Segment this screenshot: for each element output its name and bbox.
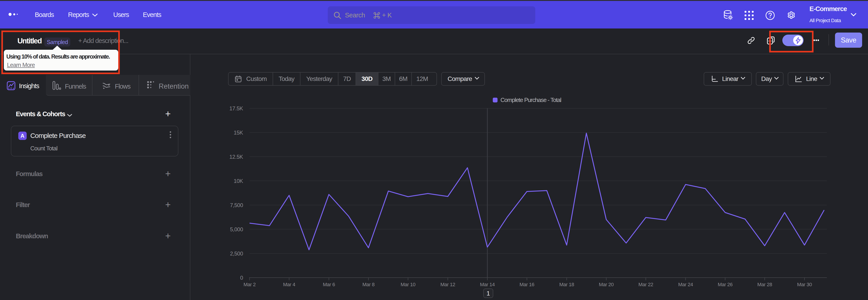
- svg-text:Mar 20: Mar 20: [599, 282, 614, 287]
- svg-text:Mar 2: Mar 2: [243, 282, 256, 287]
- svg-text:Complete Purchase - Total: Complete Purchase - Total: [500, 96, 561, 103]
- svg-text:15K: 15K: [234, 129, 243, 136]
- svg-text:0: 0: [240, 275, 243, 281]
- svg-text:Mar 24: Mar 24: [678, 282, 693, 287]
- svg-text:Mar 30: Mar 30: [797, 282, 812, 287]
- svg-text:7,500: 7,500: [230, 202, 243, 208]
- svg-text:Mar 14: Mar 14: [480, 282, 495, 287]
- svg-text:10K: 10K: [234, 178, 243, 184]
- svg-text:5,000: 5,000: [230, 226, 243, 232]
- svg-text:2,500: 2,500: [230, 250, 243, 257]
- svg-text:Mar 4: Mar 4: [283, 282, 295, 287]
- svg-text:Mar 16: Mar 16: [520, 282, 534, 287]
- svg-text:Mar 8: Mar 8: [362, 282, 375, 287]
- svg-text:12.5K: 12.5K: [229, 154, 243, 160]
- svg-text:Mar 28: Mar 28: [757, 282, 772, 287]
- svg-text:Mar 12: Mar 12: [440, 282, 455, 287]
- svg-text:Mar 6: Mar 6: [323, 282, 335, 287]
- svg-text:Mar 26: Mar 26: [718, 282, 733, 287]
- svg-text:Mar 10: Mar 10: [401, 282, 415, 287]
- svg-text:17.5K: 17.5K: [229, 106, 243, 112]
- svg-text:Mar 22: Mar 22: [638, 282, 653, 287]
- svg-text:Mar 18: Mar 18: [559, 282, 574, 287]
